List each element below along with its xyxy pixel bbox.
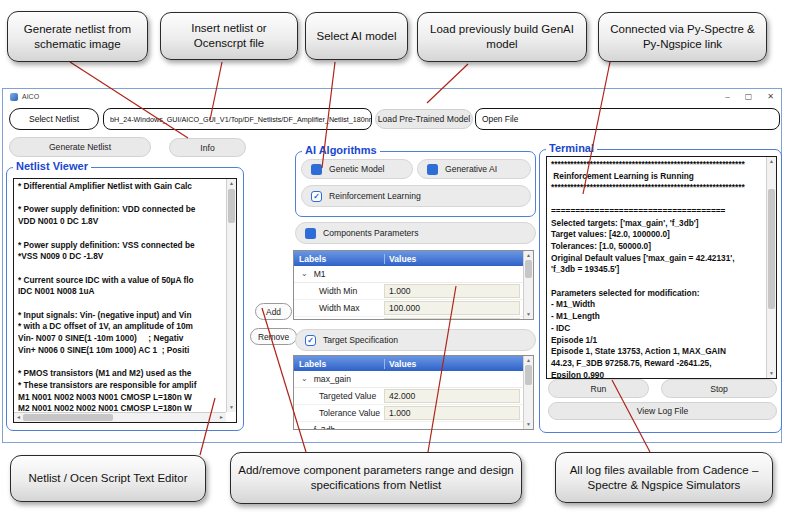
value-cell[interactable]: 1.000	[384, 284, 520, 298]
view-log-file-button[interactable]: View Log File	[548, 402, 777, 420]
callout-text: Insert netlist or Ocenscrpt file	[168, 21, 290, 51]
table-row: Length Min 180.000	[294, 317, 533, 320]
scroll-up-icon[interactable]: ▲	[524, 253, 533, 258]
generate-netlist-button[interactable]: Generate Netlist	[9, 137, 151, 157]
ai-algorithms-title: AI Algorithms	[302, 144, 380, 156]
components-parameters-button[interactable]: Components Parameters	[295, 222, 536, 244]
callout-add-remove-parameters: Add/remove component parameters range an…	[230, 452, 522, 504]
close-icon[interactable]: ✕	[767, 93, 774, 101]
value-cell[interactable]: 42.000	[384, 389, 520, 403]
generative-ai-option[interactable]: Generative AI	[417, 159, 531, 179]
minimize-icon[interactable]: –	[725, 93, 729, 101]
group-label: max_gain	[314, 374, 351, 384]
checked-box-icon[interactable]: ✓	[311, 191, 322, 202]
scrollbar-thumb[interactable]	[228, 189, 235, 223]
scroll-up-icon[interactable]: ▲	[524, 358, 533, 363]
load-pretrained-model-button[interactable]: Load Pre-Trained Model	[375, 109, 473, 129]
netlist-viewer-group: Netlist Viewer * Differential Amplifier …	[6, 167, 244, 431]
row-label: Width Min	[294, 286, 384, 296]
table-vertical-scrollbar[interactable]: ▲ ▼	[523, 356, 533, 429]
table-vertical-scrollbar[interactable]: ▲ ▼	[523, 251, 533, 319]
open-file-input[interactable]: Open File	[475, 108, 780, 130]
scrollbar-thumb[interactable]	[525, 365, 532, 385]
table-group-row[interactable]: ⌄ max_gain	[294, 371, 533, 388]
callout-connected-links: Connected via Py-Spectre & Py-Ngspice li…	[598, 12, 767, 62]
labels-column-header: Labels	[294, 359, 384, 369]
netlist-text[interactable]: * Differential Amplifier Netlist with Ga…	[14, 179, 226, 417]
terminal-text: ****************************************…	[547, 157, 766, 379]
callout-generate-netlist: Generate netlist from schematic image	[7, 11, 148, 62]
reinforcement-learning-label: Reinforcement Learning	[329, 191, 421, 201]
group-label: M1	[314, 269, 326, 279]
chevron-down-icon[interactable]: ⌄	[301, 270, 308, 278]
table-header: Labels Values	[294, 251, 533, 266]
chevron-down-icon[interactable]: ⌄	[301, 426, 308, 430]
scrollbar-thumb[interactable]	[525, 260, 532, 278]
scroll-down-icon[interactable]: ▼	[524, 422, 533, 427]
unchecked-box-icon[interactable]	[305, 228, 316, 239]
generative-ai-label: Generative AI	[445, 164, 497, 174]
maximize-icon[interactable]: ▢	[745, 93, 753, 101]
add-button[interactable]: Add	[255, 303, 292, 320]
remove-button[interactable]: Remove	[250, 328, 297, 345]
titlebar: AICO – ▢ ✕	[3, 89, 781, 104]
components-parameters-label: Components Parameters	[323, 228, 419, 238]
scroll-right-icon[interactable]: ►	[219, 415, 224, 420]
callout-load-genai-model: Load previously build GenAI model	[417, 12, 587, 62]
reinforcement-learning-option[interactable]: ✓ Reinforcement Learning	[301, 185, 531, 207]
scroll-up-icon[interactable]: ▲	[767, 159, 776, 164]
target-specification-button[interactable]: ✓ Target Specification	[295, 329, 536, 351]
info-button[interactable]: Info	[169, 138, 246, 157]
value-cell[interactable]: 180.000	[384, 318, 520, 320]
scrollbar-thumb[interactable]	[768, 189, 775, 309]
scroll-down-icon[interactable]: ▼	[767, 371, 776, 376]
callout-select-ai-model: Select AI model	[305, 12, 408, 60]
callout-text: Select AI model	[317, 29, 397, 44]
table-header: Labels Values	[294, 356, 533, 371]
netlist-viewer-title: Netlist Viewer	[13, 160, 91, 172]
unchecked-box-icon[interactable]	[311, 164, 322, 175]
value-cell[interactable]: 100.000	[384, 301, 520, 315]
table-group-row[interactable]: ⌄ M1	[294, 266, 533, 283]
callout-insert-netlist: Insert netlist or Ocenscrpt file	[160, 12, 298, 60]
chevron-down-icon[interactable]: ⌄	[301, 375, 308, 383]
terminal-title: Terminal	[546, 142, 597, 154]
stop-button[interactable]: Stop	[661, 379, 777, 398]
scroll-up-icon[interactable]: ▲	[227, 181, 236, 186]
terminal-vertical-scrollbar[interactable]: ▲ ▼	[766, 157, 776, 378]
netlist-vertical-scrollbar[interactable]: ▲ ▼	[226, 179, 236, 412]
callout-text: Add/remove component parameters range an…	[238, 463, 514, 493]
values-column-header: Values	[384, 254, 533, 264]
table-row: Width Max 100.000	[294, 300, 533, 317]
checked-box-icon[interactable]: ✓	[305, 335, 316, 346]
annotated-screenshot: AICO – ▢ ✕ Select Netlist bH_24-Windows_…	[0, 0, 785, 515]
labels-column-header: Labels	[294, 254, 384, 264]
callout-text-editor: Netlist / Ocen Script Text Editor	[10, 455, 206, 502]
scrollbar-thumb[interactable]	[23, 414, 113, 421]
terminal-group: Terminal *******************************…	[539, 149, 782, 433]
components-parameters-table: Labels Values ⌄ M1 Width Min 1.000 Width…	[293, 250, 534, 320]
run-button[interactable]: Run	[548, 379, 649, 398]
scroll-left-icon[interactable]: ◄	[16, 415, 21, 420]
scroll-down-icon[interactable]: ▼	[524, 312, 533, 317]
unchecked-box-icon[interactable]	[427, 164, 438, 175]
netlist-horizontal-scrollbar[interactable]: ◄ ►	[14, 412, 226, 422]
app-logo-icon	[10, 93, 18, 101]
row-label: Tolerance Value	[294, 408, 384, 418]
table-group-row[interactable]: ⌄ f_3db	[294, 422, 533, 430]
netlist-path-input[interactable]: bH_24-Windows_GUI/AICO_GUI_V1/Top/DF_Net…	[103, 108, 372, 130]
window-controls: – ▢ ✕	[725, 93, 774, 101]
callout-text: Connected via Py-Spectre & Py-Ngspice li…	[606, 22, 759, 52]
table-row: Width Min 1.000	[294, 283, 533, 300]
target-specification-label: Target Specification	[323, 335, 398, 345]
callout-text: Generate netlist from schematic image	[15, 22, 140, 52]
genetic-model-label: Genetic Model	[329, 164, 384, 174]
callout-log-files: All log files available from Cadence –Sp…	[555, 452, 773, 503]
genetic-model-option[interactable]: Genetic Model	[301, 159, 413, 179]
window-title: AICO	[22, 93, 39, 100]
row-label: Targeted Value	[294, 391, 384, 401]
terminal-output: ****************************************…	[546, 156, 777, 379]
value-cell[interactable]: 1.000	[384, 406, 520, 420]
select-netlist-button[interactable]: Select Netlist	[9, 108, 99, 130]
scroll-down-icon[interactable]: ▼	[227, 405, 236, 410]
